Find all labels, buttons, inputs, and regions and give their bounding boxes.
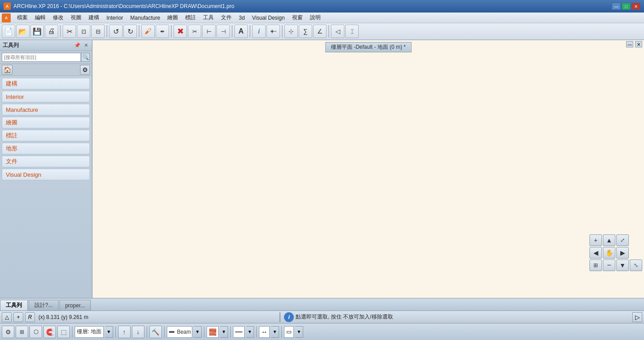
copy-window-button[interactable]: ⊡ bbox=[77, 25, 90, 38]
move-selector[interactable]: ↔ bbox=[259, 326, 270, 338]
cut-tool-button[interactable]: ✂ bbox=[188, 25, 201, 38]
sidebar-item-build[interactable]: 建構 bbox=[2, 78, 90, 89]
close-button[interactable]: ✕ bbox=[631, 3, 640, 10]
layer-selector[interactable]: 樓層: 地面 bbox=[75, 326, 104, 338]
tab-properties[interactable]: proper... bbox=[59, 300, 91, 310]
zoom-out-button[interactable]: − bbox=[603, 259, 615, 271]
move-down-btn[interactable]: ↓ bbox=[132, 326, 144, 338]
sidebar-settings-button[interactable]: ⚙ bbox=[80, 65, 90, 75]
add-point-button[interactable]: +╌ bbox=[267, 25, 280, 38]
menu-item-file2[interactable]: 文件 bbox=[217, 13, 235, 23]
text-button[interactable]: A bbox=[234, 25, 248, 38]
slab-dropdown-arrow[interactable]: ▼ bbox=[220, 326, 228, 338]
sidebar-item-terrain[interactable]: 地形 bbox=[2, 143, 90, 154]
sidebar-item-annotate[interactable]: 標註 bbox=[2, 130, 90, 141]
slab-selector[interactable]: 🧱 bbox=[207, 326, 219, 338]
rect-dropdown-arrow[interactable]: ▼ bbox=[295, 326, 303, 338]
delete-button[interactable]: ✖ bbox=[174, 25, 187, 38]
move-up-btn[interactable]: ↑ bbox=[118, 326, 131, 338]
menu-item-visual-design[interactable]: Visual Design bbox=[248, 13, 288, 23]
coordinate-button[interactable]: ⌶ bbox=[345, 25, 359, 38]
app-icon: A bbox=[4, 3, 11, 10]
sum-button[interactable]: ∑ bbox=[299, 25, 312, 38]
line-dropdown-arrow[interactable]: ▼ bbox=[246, 326, 254, 338]
paste-window-button[interactable]: ⊟ bbox=[91, 25, 105, 38]
search-button[interactable]: 🔍 bbox=[81, 53, 90, 62]
fit-all-button[interactable]: ⤢ bbox=[616, 234, 629, 246]
sidebar-nav: 🏠 ⚙ bbox=[0, 64, 92, 76]
grid-button[interactable]: ⊞ bbox=[589, 259, 602, 271]
menu-item-modify[interactable]: 修改 bbox=[49, 13, 67, 23]
menu-item-help[interactable]: 說明 bbox=[306, 13, 324, 23]
measure-button[interactable]: ⊹ bbox=[284, 25, 298, 38]
title-bar: A ARCHline.XP 2016 - C:\Users\Administra… bbox=[0, 0, 644, 13]
trim1-button[interactable]: ⊢ bbox=[202, 25, 216, 38]
menu-item-view[interactable]: 視圖 bbox=[67, 13, 85, 23]
menu-item-manufacture[interactable]: Manufacture bbox=[127, 13, 164, 23]
undo-button[interactable]: ↺ bbox=[109, 25, 123, 38]
zoom-top-row: + ▲ ⤢ bbox=[589, 234, 642, 246]
beam-selector[interactable]: Beam bbox=[167, 326, 192, 338]
pan-up-button[interactable]: ▲ bbox=[603, 234, 615, 246]
tb-sep-4 bbox=[171, 25, 172, 38]
sidebar-item-drawing[interactable]: 繪圖 bbox=[2, 117, 90, 128]
settings-btn[interactable]: ⚙ bbox=[2, 326, 14, 338]
rect-selector[interactable]: ▭ bbox=[284, 326, 294, 338]
sidebar-search-bar: 🔍 bbox=[0, 51, 92, 64]
select-mode-btn[interactable]: ⬚ bbox=[57, 326, 70, 338]
menu-item-tools[interactable]: 工具 bbox=[199, 13, 217, 23]
cut-scissors-button[interactable]: ✂ bbox=[63, 25, 76, 38]
search-input[interactable] bbox=[2, 53, 81, 62]
menu-item-window[interactable]: 視窗 bbox=[288, 13, 306, 23]
save-button[interactable]: 💾 bbox=[30, 25, 44, 38]
sidebar-close-button[interactable]: ✕ bbox=[83, 42, 89, 48]
trim2-button[interactable]: ⊣ bbox=[216, 25, 230, 38]
sidebar-item-interior[interactable]: Interior bbox=[2, 91, 90, 102]
sidebar-pin-button[interactable]: 📌 bbox=[73, 42, 81, 48]
move-dropdown-arrow[interactable]: ▼ bbox=[271, 326, 279, 338]
menu-item-annotate[interactable]: 標註 bbox=[182, 13, 199, 23]
info-button[interactable]: i bbox=[252, 25, 266, 38]
menu-item-3d[interactable]: 3d bbox=[235, 13, 248, 23]
pan-left-button[interactable]: ◀ bbox=[589, 247, 602, 259]
sidebar-home-button[interactable]: 🏠 bbox=[2, 65, 13, 75]
canvas-minimize-button[interactable]: — bbox=[626, 41, 633, 47]
beam-dropdown-arrow[interactable]: ▼ bbox=[194, 326, 202, 338]
angle-button[interactable]: ∠ bbox=[313, 25, 326, 38]
sidebar-item-document[interactable]: 文件 bbox=[2, 156, 90, 167]
menu-item-interior[interactable]: Interior bbox=[103, 13, 127, 23]
magnet-snap-btn[interactable]: 🧲 bbox=[43, 326, 56, 338]
status-bar: △ + R (x) 8.131 (y) 9.261 m i 點選即可選取, 按住… bbox=[0, 310, 644, 323]
pan-hand-button[interactable]: ✋ bbox=[603, 247, 615, 259]
sidebar-item-visual-design[interactable]: Visual Design bbox=[2, 169, 90, 180]
line-selector[interactable] bbox=[233, 326, 245, 338]
pan-right-button[interactable]: ▶ bbox=[616, 247, 629, 259]
print-button[interactable]: 🖨 bbox=[45, 25, 58, 38]
pan-mid-row: ◀ ✋ ▶ bbox=[589, 247, 642, 259]
menu-item-file[interactable]: 檔案 bbox=[13, 13, 31, 23]
menu-item-build[interactable]: 建構 bbox=[85, 13, 103, 23]
new-button[interactable]: 📄 bbox=[2, 25, 15, 38]
menu-item-draw[interactable]: 繪圖 bbox=[164, 13, 182, 23]
canvas-close-button[interactable]: ✕ bbox=[635, 41, 642, 47]
tab-toolbox[interactable]: 工具列 bbox=[0, 300, 28, 310]
fit-view-button[interactable]: ⤡ bbox=[630, 259, 642, 271]
move-arrows-icon: ↔ bbox=[261, 328, 267, 336]
grid-display-btn[interactable]: ⊞ bbox=[16, 326, 28, 338]
snap-hex-btn[interactable]: ⬡ bbox=[30, 326, 42, 338]
arrow-back-button[interactable]: ◁ bbox=[331, 25, 344, 38]
sidebar-items: 建構 Interior Manufacture 繪圖 標註 地形 文件 Visu… bbox=[0, 76, 92, 298]
hammer-tool-btn[interactable]: 🔨 bbox=[149, 326, 162, 338]
paint-button[interactable]: 🖌 bbox=[141, 25, 155, 38]
menu-item-edit[interactable]: 編輯 bbox=[31, 13, 49, 23]
redo-button[interactable]: ↻ bbox=[123, 25, 137, 38]
minimize-button[interactable]: — bbox=[612, 3, 621, 10]
pan-down-button[interactable]: ▼ bbox=[616, 259, 629, 271]
zoom-in-button[interactable]: + bbox=[589, 234, 602, 246]
dropper-button[interactable]: ✒ bbox=[156, 25, 169, 38]
layer-dropdown-arrow[interactable]: ▼ bbox=[105, 326, 113, 338]
maximize-button[interactable]: □ bbox=[622, 3, 631, 10]
open-button[interactable]: 📂 bbox=[16, 25, 30, 38]
sidebar-item-manufacture[interactable]: Manufacture bbox=[2, 104, 90, 115]
tab-design[interactable]: 設計?... bbox=[29, 300, 59, 310]
